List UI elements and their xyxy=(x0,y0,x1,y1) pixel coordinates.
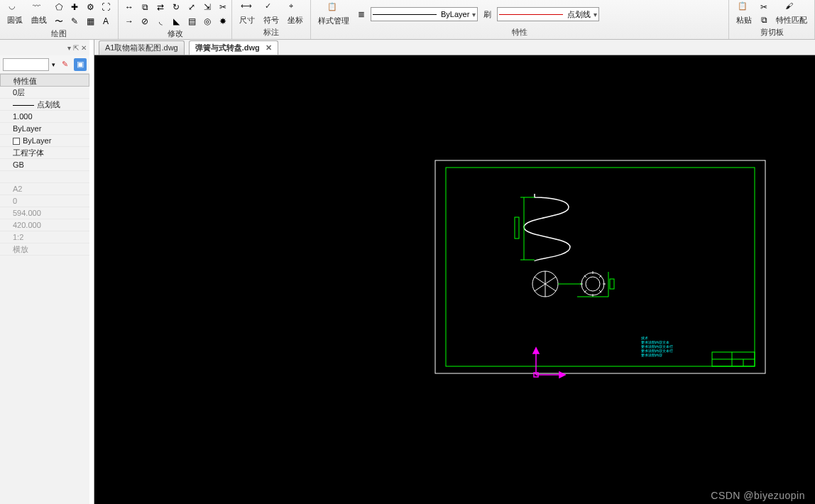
props-match-button[interactable]: 🖌 特性匹配 xyxy=(773,1,810,26)
copy-icon[interactable]: ⧉ xyxy=(138,1,151,13)
property-value: GB xyxy=(13,160,24,169)
property-row[interactable]: GB xyxy=(0,159,89,171)
mirror-icon[interactable]: ⇄ xyxy=(154,1,167,13)
coord-button[interactable]: ⌖ 坐标 xyxy=(285,1,306,26)
style-manager-button[interactable]: 📋 样式管理 xyxy=(315,2,352,26)
scale-icon[interactable]: ⤢ xyxy=(185,1,198,13)
property-row[interactable]: ByLayer xyxy=(0,135,89,147)
document-tab[interactable]: 弹簧与式转盘.dwg✕ xyxy=(189,40,278,55)
property-value: ByLayer xyxy=(13,124,41,133)
group-title-draw: 绘图 xyxy=(4,28,114,40)
curve-button[interactable]: 〰 曲线 xyxy=(28,1,50,26)
wave-icon[interactable]: 〜 xyxy=(53,16,65,27)
selection-dropdown[interactable] xyxy=(3,58,49,71)
fillet-icon[interactable]: ◟ xyxy=(154,16,167,27)
property-row[interactable]: 0 xyxy=(0,195,89,207)
chamfer-icon[interactable]: ◣ xyxy=(170,16,182,27)
copy-clip-icon[interactable]: ⧉ xyxy=(757,14,770,26)
gear-icon[interactable]: ⚙ xyxy=(84,1,97,13)
paste-button[interactable]: 📋 粘贴 xyxy=(733,1,755,26)
crosshair-icon[interactable]: ✚ xyxy=(68,1,81,13)
property-row[interactable]: 594.000 xyxy=(0,207,89,219)
tech-notes: 技术 要求说明内容文本 要求说明内容文本行 要求说明内容文本行 要求说明内容 xyxy=(640,336,673,357)
document-tab[interactable]: A1取物箱装配图.dwg xyxy=(99,40,185,55)
svg-point-6 xyxy=(586,277,600,291)
property-value: 工程字体 xyxy=(13,148,44,157)
offset-icon[interactable]: ◎ xyxy=(201,16,214,27)
property-row[interactable]: ByLayer xyxy=(0,123,89,135)
paper-frame xyxy=(435,160,765,373)
poly-icon[interactable]: ⬠ xyxy=(53,1,65,13)
property-value: 横放 xyxy=(13,245,28,253)
linestyle-dropdown[interactable]: 点划线 ▾ xyxy=(497,7,599,21)
style-manager-icon: 📋 xyxy=(327,2,340,15)
props-match-icon: 🖌 xyxy=(785,1,798,14)
property-row[interactable]: 1.000 xyxy=(0,111,89,123)
explode-icon[interactable]: ✸ xyxy=(217,16,229,27)
stretch-icon[interactable]: ⇲ xyxy=(201,1,214,13)
document-tab-strip: A1取物箱装配图.dwg弹簧与式转盘.dwg✕ xyxy=(94,40,815,55)
select-icon[interactable]: ▣ xyxy=(74,58,87,71)
coord-icon: ⌖ xyxy=(289,1,302,14)
svg-text:要求说明内容文本行: 要求说明内容文本行 xyxy=(641,349,673,353)
tab-label: A1取物箱装配图.dwg xyxy=(105,43,178,53)
property-value: 594.000 xyxy=(13,209,41,217)
style-manager-label: 样式管理 xyxy=(318,16,349,26)
property-row[interactable]: 0层 xyxy=(0,87,89,99)
coord-label: 坐标 xyxy=(288,15,303,26)
property-value: 1.000 xyxy=(13,112,33,121)
spring-shape xyxy=(524,194,570,261)
svg-text:要求说明内容文本行: 要求说明内容文本行 xyxy=(641,344,673,349)
curve-label: 曲线 xyxy=(31,15,47,26)
array-icon[interactable]: ▤ xyxy=(185,16,198,27)
linetype-dropdown[interactable]: ByLayer ▾ xyxy=(371,7,478,21)
ribbon-group-clipboard: 📋 粘贴 ✂ ⧉ 🖌 特性匹配 剪切板 xyxy=(729,0,815,39)
extend-icon[interactable]: → xyxy=(123,16,136,27)
symbol-button[interactable]: ✓ 符号 xyxy=(261,1,282,26)
dimension-icon: ⟷ xyxy=(241,1,253,14)
tab-close-icon[interactable]: ✕ xyxy=(266,43,272,53)
rotate-icon[interactable]: ↻ xyxy=(170,1,182,13)
refresh-button[interactable]: 刷 xyxy=(481,9,494,20)
ribbon-group-draw: ◡ 圆弧 〰 曲线 ⬠ ✚ ⚙ ⛶ 〜 ✎ ▦ A 绘图 xyxy=(0,0,119,39)
curve-icon: 〰 xyxy=(33,1,45,14)
dimension-label: 尺寸 xyxy=(239,15,255,26)
block-icon[interactable]: ▦ xyxy=(84,16,97,27)
property-row[interactable]: 点划线 xyxy=(0,99,89,111)
property-row[interactable]: 横放 xyxy=(0,243,89,256)
svg-marker-30 xyxy=(559,372,565,378)
dimension-button[interactable]: ⟷ 尺寸 xyxy=(236,1,258,26)
property-row[interactable]: 420.000 xyxy=(0,219,89,231)
panel-pin-icon[interactable]: ⇱ xyxy=(73,44,79,52)
group-title-annotation: 标注 xyxy=(236,27,306,39)
property-value: A2 xyxy=(13,185,22,193)
move-icon[interactable]: ↔ xyxy=(123,1,136,13)
paste-icon: 📋 xyxy=(738,1,750,14)
cut-icon[interactable]: ✂ xyxy=(757,1,770,13)
property-row[interactable]: 1:2 xyxy=(0,231,89,243)
panel-close-icon[interactable]: ✕ xyxy=(81,44,87,52)
layers-icon[interactable]: ≣ xyxy=(355,9,368,20)
watermark: CSDN @biyezuopin xyxy=(711,490,805,501)
arc-label: 圆弧 xyxy=(7,15,23,26)
property-row[interactable] xyxy=(0,171,89,183)
ribbon-group-properties: 📋 样式管理 ≣ ByLayer ▾ 刷 点划线 ▾ 特性 xyxy=(311,0,729,39)
filter-icon[interactable]: ✎ xyxy=(58,58,71,71)
panel-menu-icon[interactable]: ▾ xyxy=(67,44,71,52)
properties-panel: ▾ ⇱ ✕ ▾ ✎ ▣ 特性值 0层点划线1.000ByLayerByLayer… xyxy=(0,40,94,504)
pen-icon[interactable]: ✎ xyxy=(68,16,81,27)
property-row[interactable]: A2 xyxy=(0,183,89,195)
panel-toolbar: ▾ ✎ ▣ xyxy=(0,55,89,74)
trim-icon[interactable]: ✂ xyxy=(217,1,229,13)
break-icon[interactable]: ⊘ xyxy=(138,16,151,27)
drawing-canvas[interactable]: 技术 要求说明内容文本 要求说明内容文本行 要求说明内容文本行 要求说明内容 xyxy=(94,55,815,504)
text-icon[interactable]: A xyxy=(99,16,112,27)
spray-icon[interactable]: ⛶ xyxy=(99,1,112,13)
arc-button[interactable]: ◡ 圆弧 xyxy=(4,1,26,26)
tab-label: 弹簧与式转盘.dwg xyxy=(195,43,260,53)
svg-text:要求说明内容文本: 要求说明内容文本 xyxy=(641,340,669,344)
svg-marker-28 xyxy=(533,348,539,354)
line-sample-red xyxy=(499,14,563,15)
property-row[interactable]: 工程字体 xyxy=(0,147,89,159)
property-value: 0 xyxy=(13,197,17,205)
